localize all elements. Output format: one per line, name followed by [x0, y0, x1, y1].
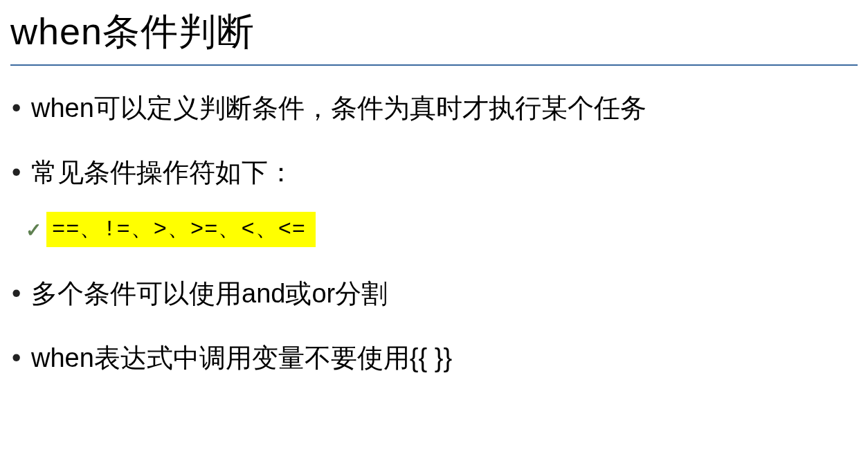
check-icon: ✓ [26, 217, 42, 244]
title-divider [10, 64, 858, 66]
bullet-list: when可以定义判断条件，条件为真时才执行某个任务 常见条件操作符如下： ✓ =… [10, 91, 858, 376]
bullet-item: when可以定义判断条件，条件为真时才执行某个任务 [31, 91, 858, 126]
slide-title: when条件判断 [10, 7, 858, 62]
bullet-text: when表达式中调用变量不要使用{{ }} [31, 343, 452, 372]
bullet-text: when可以定义判断条件，条件为真时才执行某个任务 [31, 93, 647, 123]
bullet-item: 多个条件可以使用and或or分割 [31, 276, 858, 311]
bullet-item: 常见条件操作符如下： ✓ ==、!=、>、>=、<、<= [31, 155, 858, 246]
bullet-text: 多个条件可以使用and或or分割 [31, 279, 388, 308]
sub-bullet: ✓ ==、!=、>、>=、<、<= [31, 212, 858, 247]
bullet-item: when表达式中调用变量不要使用{{ }} [31, 341, 858, 376]
slide-container: when条件判断 when可以定义判断条件，条件为真时才执行某个任务 常见条件操… [0, 0, 868, 470]
bullet-text: 常见条件操作符如下： [31, 158, 294, 187]
operators-highlight: ==、!=、>、>=、<、<= [46, 212, 316, 247]
